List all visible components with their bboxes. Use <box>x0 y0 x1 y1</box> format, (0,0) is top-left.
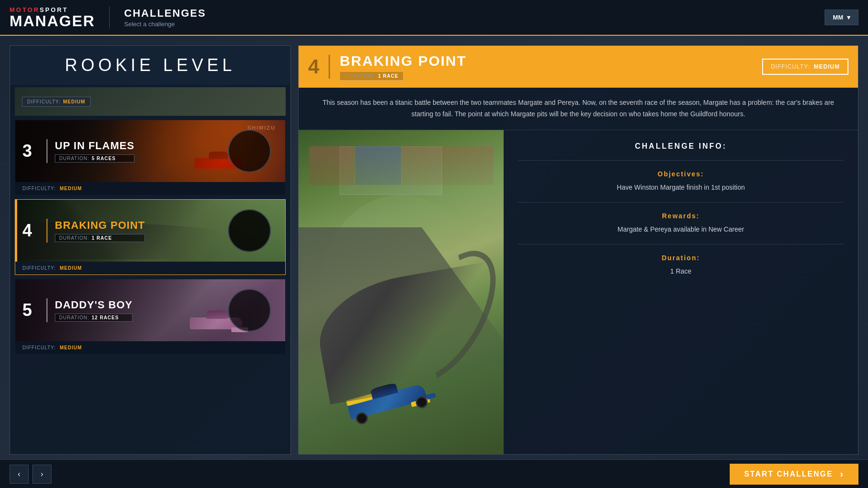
challenge-5-name: DADDY'S BOY <box>55 299 133 311</box>
challenge-5-difficulty-label: DIFFICULTY: <box>22 345 56 350</box>
objectives-value: Have Winston Margate finish in 1st posit… <box>617 183 744 193</box>
challenge-detail-header: 4 BRAKING POINT DURATION: 1 RACE DIFFICU… <box>299 46 858 88</box>
avatar-caret: ▾ <box>847 14 850 21</box>
partial-difficulty: DIFFICULTY: MEDIUM <box>22 97 91 107</box>
challenge-detail-duration-value: 1 RACE <box>378 73 399 79</box>
challenge-card-4-overlay: 4 BRAKING POINT DURATION: 1 RACE <box>15 200 285 262</box>
start-arrow-icon: › <box>840 468 844 479</box>
partial-difficulty-label: DIFFICULTY: <box>27 99 61 104</box>
challenge-image-bg <box>299 130 504 454</box>
challenge-image <box>299 130 504 454</box>
challenge-difficulty-badge: DIFFICULTY: MEDIUM <box>762 59 848 75</box>
nav-next-button[interactable]: › <box>32 465 52 484</box>
prev-arrow-icon: ‹ <box>18 470 20 478</box>
objectives-section: Objectives: Have Winston Margate finish … <box>518 170 844 193</box>
challenge-3-difficulty-label: DIFFICULTY: <box>22 186 56 191</box>
duration-section-title: Duration: <box>661 254 700 262</box>
header: MOTORSPORT MANAGER CHALLENGES Select a c… <box>0 0 868 36</box>
challenge-5-info: DADDY'S BOY DURATION: 12 RACES <box>55 299 133 322</box>
challenge-5-number: 5 <box>22 300 39 320</box>
divider-1 <box>518 160 844 161</box>
challenge-3-difficulty-bar: DIFFICULTY: MEDIUM <box>15 182 285 195</box>
bottom-bar: ‹ › Start Challenge › <box>0 459 868 488</box>
challenge-details: CHALLENGE INFO: Objectives: Have Winston… <box>504 130 858 454</box>
challenge-5-difficulty-bar: DIFFICULTY: MEDIUM <box>15 341 285 354</box>
partial-difficulty-value: MEDIUM <box>63 99 85 104</box>
challenge-5-circle-icon <box>228 289 271 332</box>
description-text: This season has been a titanic battle be… <box>322 99 834 118</box>
challenge-5-duration: DURATION: 12 RACES <box>55 314 133 322</box>
challenge-description: This season has been a titanic battle be… <box>299 88 858 130</box>
challenge-3-number: 3 <box>22 141 39 161</box>
challenge-4-difficulty-bar: DIFFICULTY: MEDIUM <box>15 262 285 274</box>
logo: MOTORSPORT MANAGER <box>10 6 110 29</box>
challenge-card-5[interactable]: 5 DADDY'S BOY DURATION: 12 RACES <box>15 279 286 355</box>
rewards-value: Margate & Pereya available in New Career <box>618 224 744 234</box>
user-avatar-button[interactable]: MM ▾ <box>825 10 858 25</box>
challenge-4-duration-value: 1 RACE <box>92 235 112 241</box>
header-divider <box>329 55 330 79</box>
challenge-5-difficulty-value: MEDIUM <box>60 345 82 350</box>
start-challenge-label: Start Challenge <box>744 470 833 478</box>
left-panel: ROOKIE LEVEL DIFFICULTY: MEDIUM <box>10 45 291 455</box>
main-content: ROOKIE LEVEL DIFFICULTY: MEDIUM <box>0 36 868 459</box>
partial-card[interactable]: DIFFICULTY: MEDIUM <box>15 87 286 116</box>
challenge-card-4-image: 4 BRAKING POINT DURATION: 1 RACE <box>15 200 285 262</box>
page-title: CHALLENGES <box>124 7 206 20</box>
duration-section-value: 1 Race <box>670 266 691 276</box>
challenge-card-4[interactable]: 4 BRAKING POINT DURATION: 1 RACE <box>15 199 286 275</box>
right-panel: 4 BRAKING POINT DURATION: 1 RACE DIFFICU… <box>298 45 858 455</box>
challenge-4-name: BRAKING POINT <box>55 219 145 232</box>
challenge-3-circle-icon <box>228 130 271 173</box>
challenge-card-5-image: 5 DADDY'S BOY DURATION: 12 RACES <box>15 279 285 341</box>
rewards-title: Rewards: <box>662 212 700 220</box>
challenge-4-number: 4 <box>22 221 39 241</box>
challenge-info-section: CHALLENGE INFO: <box>518 142 844 151</box>
challenge-4-duration: DURATION: 1 RACE <box>55 234 145 242</box>
divider-3 <box>518 244 844 244</box>
challenge-3-duration-value: 5 RACES <box>92 156 115 161</box>
challenge-detail-title: BRAKING POINT <box>340 53 753 69</box>
challenge-4-duration-label: DURATION: <box>59 235 89 241</box>
challenge-4-difficulty-value: MEDIUM <box>60 265 82 271</box>
challenge-header-info: BRAKING POINT DURATION: 1 RACE <box>340 53 753 81</box>
challenge-5-duration-label: DURATION: <box>59 315 89 320</box>
challenge-card-5-overlay: 5 DADDY'S BOY DURATION: 12 RACES <box>15 279 285 341</box>
challenges-list: DIFFICULTY: MEDIUM SHIMIZU <box>10 85 290 454</box>
nav-prev-button[interactable]: ‹ <box>10 465 29 484</box>
challenge-detail-number: 4 <box>308 55 319 78</box>
start-challenge-button[interactable]: Start Challenge › <box>730 464 858 485</box>
header-title-section: CHALLENGES Select a challenge <box>124 7 206 28</box>
duration-section: Duration: 1 Race <box>518 254 844 276</box>
challenge-card-3[interactable]: SHIMIZU 3 UP IN FLAMES DURATION: 5 RACES <box>15 120 286 195</box>
challenge-3-duration-label: DURATION: <box>59 156 89 161</box>
level-title: ROOKIE LEVEL <box>65 55 236 75</box>
difficulty-badge-label: DIFFICULTY: <box>771 63 810 70</box>
avatar-label: MM <box>833 14 843 21</box>
objectives-title: Objectives: <box>658 170 704 178</box>
challenge-3-difficulty-value: MEDIUM <box>60 186 82 191</box>
divider-2 <box>518 202 844 203</box>
challenge-4-circle-icon <box>228 209 271 252</box>
challenge-4-difficulty-label: DIFFICULTY: <box>22 265 56 271</box>
challenge-card-3-image: SHIMIZU 3 UP IN FLAMES DURATION: 5 RACES <box>15 120 285 182</box>
challenge-detail-duration-label: DURATION: <box>345 73 375 79</box>
challenge-body: CHALLENGE INFO: Objectives: Have Winston… <box>299 130 858 454</box>
challenge-5-duration-value: 12 RACES <box>92 315 119 320</box>
rewards-section: Rewards: Margate & Pereya available in N… <box>518 212 844 234</box>
logo-manager: MANAGER <box>10 13 95 29</box>
challenge-card-3-overlay: 3 UP IN FLAMES DURATION: 5 RACES <box>15 120 285 182</box>
difficulty-badge-value: MEDIUM <box>814 63 840 70</box>
challenge-3-duration: DURATION: 5 RACES <box>55 154 134 163</box>
next-arrow-icon: › <box>41 470 43 478</box>
challenge-detail-duration-badge: DURATION: 1 RACE <box>340 71 403 81</box>
level-header: ROOKIE LEVEL <box>10 46 290 85</box>
challenge-3-info: UP IN FLAMES DURATION: 5 RACES <box>55 140 134 163</box>
challenge-4-info: BRAKING POINT DURATION: 1 RACE <box>55 219 145 242</box>
header-subtitle: Select a challenge <box>124 20 206 28</box>
challenge-info-title: CHALLENGE INFO: <box>635 142 727 151</box>
challenge-3-name: UP IN FLAMES <box>55 140 134 152</box>
